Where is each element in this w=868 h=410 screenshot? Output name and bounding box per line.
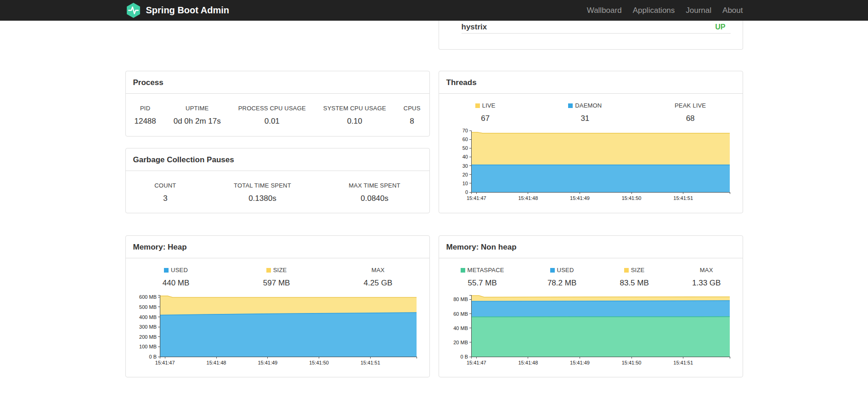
nav-item-wallboard[interactable]: Wallboard xyxy=(587,6,622,15)
legend-daemon: DAEMON 31 xyxy=(568,102,602,123)
legend-heap-size: SIZE 597 MB xyxy=(263,267,290,288)
svg-text:300 MB: 300 MB xyxy=(139,324,157,330)
threads-legend: LIVE 67 DAEMON 31 PEAK LIVE 68 xyxy=(439,94,743,123)
health-row-hystrix: hystrix UP xyxy=(462,21,731,34)
stat-system-cpu-usage: SYSTEM CPU USAGE 0.10 xyxy=(323,105,386,126)
legend-metaspace: METASPACE 55.7 MB xyxy=(461,267,504,288)
svg-text:15:41:50: 15:41:50 xyxy=(621,195,641,201)
stat-count: COUNT 3 xyxy=(154,182,176,203)
process-card: Process PID 12488 UPTIME 0d 0h 2m 17s PR… xyxy=(125,71,430,137)
stat-max-time-spent: MAX TIME SPENT 0.0840s xyxy=(349,182,400,203)
svg-text:200 MB: 200 MB xyxy=(139,334,157,340)
svg-text:500 MB: 500 MB xyxy=(139,304,157,310)
svg-text:0 B: 0 B xyxy=(149,354,157,359)
memory-nonheap-card: Memory: Non heap METASPACE 55.7 MB USED … xyxy=(439,235,743,377)
svg-text:20: 20 xyxy=(462,172,468,177)
svg-text:15:41:48: 15:41:48 xyxy=(206,360,226,365)
svg-text:30: 30 xyxy=(462,163,468,169)
svg-text:100 MB: 100 MB xyxy=(139,344,157,349)
heap-card-title: Memory: Heap xyxy=(126,236,429,258)
threads-chart: 01020304050607015:41:4715:41:4815:41:491… xyxy=(448,127,734,205)
svg-text:15:41:50: 15:41:50 xyxy=(309,360,329,365)
stat-uptime: UPTIME 0d 0h 2m 17s xyxy=(174,105,221,126)
nonheap-size-swatch xyxy=(624,268,629,273)
legend-nonheap-used: USED 78.2 MB xyxy=(547,267,576,288)
memory-heap-card: Memory: Heap USED 440 MB SIZE 597 MB xyxy=(125,235,430,377)
metaspace-swatch xyxy=(461,268,465,273)
legend-nonheap-max: MAX 1.33 GB xyxy=(692,267,721,288)
heap-legend: USED 440 MB SIZE 597 MB MAX 4.25 GB xyxy=(126,258,429,288)
legend-heap-used: USED 440 MB xyxy=(163,267,190,288)
svg-text:15:41:47: 15:41:47 xyxy=(155,360,175,365)
heap-used-swatch xyxy=(164,268,169,273)
main-content: Process PID 12488 UPTIME 0d 0h 2m 17s PR… xyxy=(125,21,743,377)
process-card-title: Process xyxy=(126,71,429,94)
svg-text:0: 0 xyxy=(465,189,468,195)
threads-card: Threads LIVE 67 DAEMON 31 xyxy=(439,71,743,213)
live-swatch xyxy=(475,103,480,108)
svg-text:15:41:47: 15:41:47 xyxy=(466,360,486,365)
health-card-fragment: hystrix UP xyxy=(439,21,743,50)
svg-text:70: 70 xyxy=(462,128,468,133)
health-status-badge: UP xyxy=(715,23,730,31)
stat-cpus: CPUS 8 xyxy=(404,105,421,126)
process-stats: PID 12488 UPTIME 0d 0h 2m 17s PROCESS CP… xyxy=(126,94,429,126)
svg-text:60: 60 xyxy=(462,137,468,142)
brand-title: Spring Boot Admin xyxy=(146,5,229,16)
nav-item-journal[interactable]: Journal xyxy=(686,6,711,15)
legend-live: LIVE 67 xyxy=(475,102,496,123)
left-column: Process PID 12488 UPTIME 0d 0h 2m 17s PR… xyxy=(125,21,430,377)
svg-text:15:41:51: 15:41:51 xyxy=(360,360,380,365)
svg-text:15:41:47: 15:41:47 xyxy=(466,195,486,201)
garbage-collection-card: Garbage Collection Pauses COUNT 3 TOTAL … xyxy=(125,148,430,213)
svg-text:15:41:49: 15:41:49 xyxy=(570,360,590,365)
stat-pid: PID 12488 xyxy=(134,105,156,126)
nonheap-used-swatch xyxy=(550,268,555,273)
threads-card-title: Threads xyxy=(439,71,743,94)
brand[interactable]: Spring Boot Admin xyxy=(125,2,229,18)
daemon-swatch xyxy=(568,103,573,108)
svg-text:10: 10 xyxy=(462,181,468,186)
svg-text:50: 50 xyxy=(462,145,468,151)
svg-text:40: 40 xyxy=(462,154,468,159)
legend-heap-max: MAX 4.25 GB xyxy=(364,267,392,288)
svg-text:15:41:51: 15:41:51 xyxy=(673,360,693,365)
nonheap-legend: METASPACE 55.7 MB USED 78.2 MB SIZE xyxy=(439,258,743,288)
svg-text:600 MB: 600 MB xyxy=(139,294,157,300)
navbar: Spring Boot Admin Wallboard Applications… xyxy=(0,0,868,21)
spring-boot-admin-logo xyxy=(125,2,141,18)
svg-text:400 MB: 400 MB xyxy=(139,314,157,320)
heap-chart: 0 B100 MB200 MB300 MB400 MB500 MB600 MB1… xyxy=(135,291,421,370)
stat-total-time-spent: TOTAL TIME SPENT 0.1380s xyxy=(234,182,291,203)
legend-nonheap-size: SIZE 83.5 MB xyxy=(620,267,648,288)
nonheap-card-title: Memory: Non heap xyxy=(439,236,743,258)
svg-text:15:41:49: 15:41:49 xyxy=(258,360,277,365)
nonheap-chart: 0 B20 MB40 MB60 MB80 MB15:41:4715:41:481… xyxy=(448,291,734,370)
svg-text:15:41:49: 15:41:49 xyxy=(570,195,590,201)
svg-text:15:41:50: 15:41:50 xyxy=(621,360,641,365)
legend-peak-live: PEAK LIVE 68 xyxy=(675,102,706,123)
nav-item-about[interactable]: About xyxy=(722,6,743,15)
svg-text:60 MB: 60 MB xyxy=(453,311,468,317)
svg-text:15:41:51: 15:41:51 xyxy=(673,195,693,201)
right-column: hystrix UP Threads LIVE 67 DAEMON xyxy=(439,21,743,377)
nav-item-applications[interactable]: Applications xyxy=(633,6,675,15)
heap-size-swatch xyxy=(266,268,271,273)
gc-stats: COUNT 3 TOTAL TIME SPENT 0.1380s MAX TIM… xyxy=(126,171,429,203)
svg-text:0 B: 0 B xyxy=(460,354,468,359)
gc-card-title: Garbage Collection Pauses xyxy=(126,148,429,171)
svg-text:40 MB: 40 MB xyxy=(453,325,468,331)
svg-text:20 MB: 20 MB xyxy=(453,340,468,345)
health-item-name: hystrix xyxy=(462,23,487,32)
svg-text:15:41:48: 15:41:48 xyxy=(518,360,538,365)
svg-text:80 MB: 80 MB xyxy=(453,296,468,302)
stat-process-cpu-usage: PROCESS CPU USAGE 0.01 xyxy=(238,105,306,126)
nav-links: Wallboard Applications Journal About xyxy=(587,6,743,15)
svg-text:15:41:48: 15:41:48 xyxy=(518,195,538,201)
